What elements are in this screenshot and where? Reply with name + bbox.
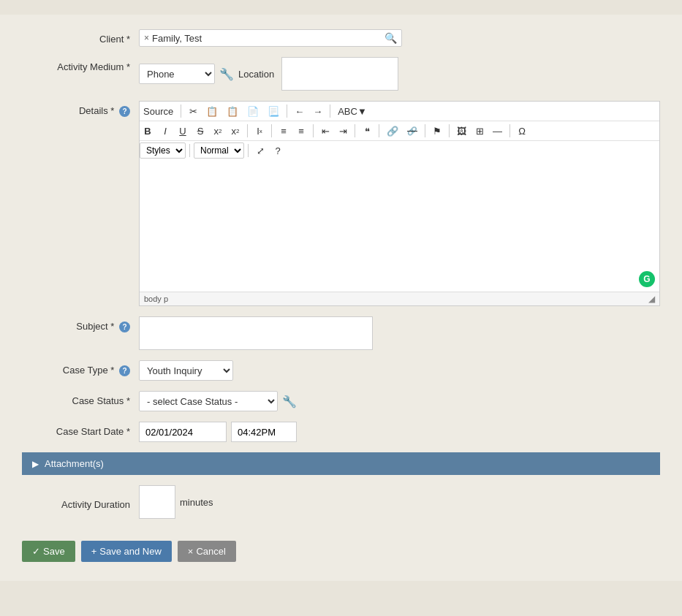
grammarly-icon: G — [639, 271, 655, 287]
indent-button[interactable]: ⇥ — [335, 123, 351, 139]
case-status-row: Case Status - select Case Status - 🔧 — [22, 391, 660, 411]
copy-button[interactable]: 📋 — [202, 103, 221, 119]
location-input[interactable] — [281, 57, 398, 91]
case-start-date-input[interactable]: 02/01/2024 — [139, 422, 227, 442]
source-button[interactable]: Source — [140, 103, 177, 119]
fullscreen-button[interactable]: ⤢ — [252, 142, 268, 159]
toolbar-sep2 — [287, 104, 287, 118]
save-button[interactable]: ✓ Save — [22, 541, 75, 562]
case-start-date-row: Case Start Date 02/01/2024 04:42PM — [22, 422, 660, 442]
paste-button[interactable]: 📋 — [223, 103, 242, 119]
activity-duration-label: Activity Duration — [22, 495, 139, 510]
image-button[interactable]: 🖼 — [453, 123, 470, 139]
strikethrough-button[interactable]: S — [192, 123, 208, 139]
rich-text-editor: Source ✂ 📋 📋 📄 📃 ← → ABC▼ B I U S x2 — [139, 101, 660, 306]
activity-medium-select[interactable]: Phone Email In Person Other — [139, 64, 215, 84]
toolbar-sep5 — [271, 124, 272, 137]
editor-body[interactable]: G — [140, 160, 659, 292]
client-tag-value: Family, Test — [152, 33, 202, 44]
case-type-row: Case Type * ? Youth Inquiry Adult Inquir… — [22, 360, 660, 381]
case-type-wrap: Youth Inquiry Adult Inquiry Family Inqui… — [139, 360, 660, 381]
special-char-button[interactable]: Ω — [514, 123, 530, 139]
hr-button[interactable]: — — [489, 123, 506, 139]
client-field-wrap: × Family, Test 🔍 — [139, 29, 660, 47]
subject-input[interactable] — [139, 316, 373, 350]
toolbar-row2: B I U S x2 x2 Ix ≡ ≡ ⇤ ⇥ ❝ 🔗 🔗 ⚑ — [140, 121, 659, 141]
editor-resize-handle[interactable]: ◢ — [648, 294, 655, 304]
activity-medium-wrap: Phone Email In Person Other 🔧 Location — [139, 57, 660, 91]
subscript-button[interactable]: x2 — [210, 123, 226, 139]
italic-button[interactable]: I — [157, 123, 173, 139]
case-type-select[interactable]: Youth Inquiry Adult Inquiry Family Inqui… — [139, 360, 233, 381]
subject-row: Subject * ? — [22, 316, 660, 350]
subject-label: Subject * ? — [22, 316, 139, 332]
attachments-arrow-icon: ▶ — [32, 459, 39, 469]
case-start-date-wrap: 02/01/2024 04:42PM — [139, 422, 660, 442]
activity-duration-row: Activity Duration minutes — [22, 485, 660, 519]
styles-select[interactable]: Styles — [140, 142, 186, 159]
details-help-icon[interactable]: ? — [119, 106, 130, 117]
unordered-list-button[interactable]: ≡ — [293, 123, 309, 139]
client-input[interactable]: × Family, Test 🔍 — [139, 29, 402, 47]
activity-medium-wrench-icon[interactable]: 🔧 — [219, 67, 234, 81]
details-label: Details * ? — [22, 101, 139, 117]
activity-medium-row: Activity Medium Phone Email In Person Ot… — [22, 57, 660, 91]
details-row: Details * ? Source ✂ 📋 📋 📄 📃 ← → ABC▼ — [22, 101, 660, 306]
toolbar-sep6 — [313, 124, 314, 137]
minutes-label: minutes — [180, 497, 213, 508]
client-search-button[interactable]: 🔍 — [384, 32, 397, 44]
case-status-wrench-icon[interactable]: 🔧 — [282, 395, 297, 408]
toolbar-sep13 — [248, 144, 249, 157]
toolbar-sep4 — [247, 124, 248, 137]
toolbar-sep3 — [330, 104, 330, 118]
help-button[interactable]: ? — [270, 142, 286, 159]
client-row: Client * × Family, Test 🔍 — [22, 29, 660, 47]
case-status-label: Case Status — [22, 391, 139, 406]
outdent-button[interactable]: ⇤ — [317, 123, 333, 139]
toolbar-sep9 — [425, 124, 425, 137]
link-button[interactable]: 🔗 — [383, 123, 402, 139]
spell-check-button[interactable]: ABC▼ — [334, 103, 371, 119]
client-label: Client * — [22, 29, 139, 45]
bold-button[interactable]: B — [140, 123, 156, 139]
table-button[interactable]: ⊞ — [471, 123, 488, 139]
blockquote-button[interactable]: ❝ — [359, 123, 375, 139]
save-checkmark-icon: ✓ — [32, 546, 40, 557]
underline-button[interactable]: U — [175, 123, 191, 139]
subject-help-icon[interactable]: ? — [119, 322, 130, 332]
editor-footer: body p ◢ — [140, 292, 659, 305]
undo-button[interactable]: ← — [291, 103, 308, 119]
actions-bar: ✓ Save + Save and New × Cancel — [22, 533, 660, 566]
subject-field-wrap — [139, 316, 660, 350]
attachments-bar[interactable]: ▶ Attachment(s) — [22, 452, 660, 475]
paste-text-button[interactable]: 📄 — [243, 103, 262, 119]
case-status-wrap: - select Case Status - 🔧 — [139, 391, 660, 411]
paste-word-button[interactable]: 📃 — [264, 103, 283, 119]
case-status-select[interactable]: - select Case Status - — [139, 391, 278, 411]
case-start-time-input[interactable]: 04:42PM — [231, 422, 297, 442]
toolbar-sep11 — [509, 124, 510, 137]
location-label: Location — [238, 69, 274, 80]
cut-button[interactable]: ✂ — [185, 103, 201, 119]
toolbar-sep8 — [379, 124, 379, 137]
clear-format-button[interactable]: Ix — [251, 123, 268, 139]
activity-duration-input[interactable] — [139, 485, 175, 519]
save-and-new-button[interactable]: + Save and New — [81, 541, 172, 562]
form-container: Client * × Family, Test 🔍 Activity Mediu… — [0, 15, 682, 581]
toolbar-sep12 — [189, 144, 190, 157]
toolbar-sep1 — [181, 104, 181, 118]
superscript-button[interactable]: x2 — [227, 123, 243, 139]
redo-button[interactable]: → — [309, 103, 326, 119]
save-new-plus-icon: + — [91, 546, 97, 557]
ordered-list-button[interactable]: ≡ — [276, 123, 292, 139]
case-start-date-label: Case Start Date — [22, 422, 139, 437]
editor-footer-tags: body p — [144, 294, 168, 303]
case-type-help-icon[interactable]: ? — [119, 365, 130, 376]
format-select[interactable]: Normal — [194, 142, 244, 159]
unlink-button[interactable]: 🔗 — [403, 123, 421, 139]
client-tag-remove[interactable]: × — [144, 33, 149, 43]
cancel-button[interactable]: × Cancel — [178, 541, 236, 562]
attachments-label: Attachment(s) — [45, 458, 104, 469]
activity-medium-label: Activity Medium — [22, 57, 139, 72]
anchor-button[interactable]: ⚑ — [429, 123, 445, 139]
